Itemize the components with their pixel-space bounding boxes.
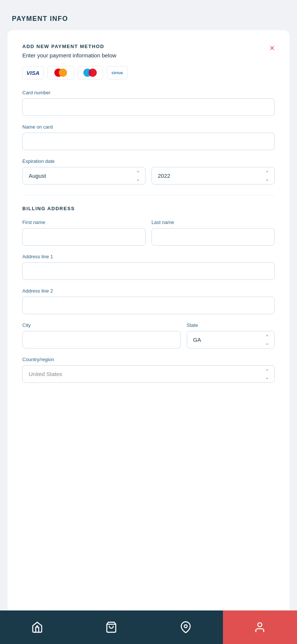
- add-payment-title: ADD NEW PAYMENT METHOD: [22, 44, 116, 49]
- city-label: City: [22, 322, 181, 328]
- name-on-card-group: Name on card: [22, 124, 275, 150]
- name-on-card-label: Name on card: [22, 124, 275, 130]
- address1-input[interactable]: [22, 262, 275, 280]
- home-icon: [31, 621, 43, 633]
- profile-icon: [254, 621, 266, 633]
- month-select-wrapper: January February March April May June Ju…: [22, 167, 146, 184]
- month-select[interactable]: January February March April May June Ju…: [22, 167, 146, 184]
- state-select[interactable]: ALAKAZARCA COCTDEFLGA HIIDILINIA KSKYLAM…: [187, 331, 275, 348]
- section-divider: [22, 195, 275, 195]
- country-select[interactable]: United States Canada United Kingdom Aust…: [22, 365, 275, 383]
- address1-label: Address line 1: [22, 254, 275, 259]
- form-subtitle: Enter your payment information below: [22, 52, 116, 59]
- expiration-date-group: Expiration date January February March A…: [22, 158, 275, 184]
- mastercard-logo: [47, 66, 74, 79]
- visa-logo: VISA: [22, 66, 44, 79]
- address2-label: Address line 2: [22, 288, 275, 294]
- first-name-label: First name: [22, 220, 146, 225]
- state-select-wrapper: ALAKAZARCA COCTDEFLGA HIIDILINIA KSKYLAM…: [187, 331, 275, 348]
- expiration-date-label: Expiration date: [22, 158, 275, 164]
- first-name-input[interactable]: [22, 228, 146, 246]
- nav-cart[interactable]: [74, 610, 149, 644]
- card-number-label: Card number: [22, 90, 275, 95]
- card-number-input[interactable]: [22, 98, 275, 116]
- address1-group: Address line 1: [22, 254, 275, 280]
- name-row: First name Last name: [22, 220, 275, 246]
- cart-icon: [105, 621, 117, 633]
- payment-form-card: ADD NEW PAYMENT METHOD Enter your paymen…: [7, 30, 290, 644]
- svg-point-0: [36, 625, 38, 627]
- country-group: Country/region United States Canada Unit…: [22, 357, 275, 383]
- last-name-label: Last name: [151, 220, 275, 225]
- nav-profile[interactable]: [223, 610, 297, 644]
- close-button[interactable]: ×: [269, 44, 275, 53]
- city-state-group: City State ALAKAZARCA COCTDEFLGA HIIDILI…: [22, 322, 275, 348]
- state-label: State: [187, 322, 275, 328]
- cirrus-logo: cirrus: [107, 66, 128, 79]
- card-number-group: Card number: [22, 90, 275, 116]
- maestro-logo: [78, 66, 103, 79]
- address2-input[interactable]: [22, 297, 275, 314]
- card-logos-row: VISA cirrus: [22, 66, 275, 79]
- year-select-wrapper: 2020 2021 2022 2023 2024 2025 2026 2027 …: [151, 167, 275, 184]
- country-label: Country/region: [22, 357, 275, 362]
- city-input[interactable]: [22, 331, 181, 348]
- nav-location[interactable]: [148, 610, 223, 644]
- page-title: PAYMENT INFO: [12, 15, 285, 23]
- year-select[interactable]: 2020 2021 2022 2023 2024 2025 2026 2027 …: [151, 167, 275, 184]
- svg-point-3: [258, 623, 262, 627]
- svg-point-2: [184, 625, 187, 628]
- last-name-input[interactable]: [151, 228, 275, 246]
- bottom-navigation: [0, 610, 297, 644]
- name-on-card-input[interactable]: [22, 133, 275, 150]
- billing-address-title: BILLING ADDRESS: [22, 206, 275, 211]
- country-select-wrapper: United States Canada United Kingdom Aust…: [22, 365, 275, 383]
- location-icon: [180, 621, 192, 633]
- nav-home[interactable]: [0, 610, 74, 644]
- address2-group: Address line 2: [22, 288, 275, 314]
